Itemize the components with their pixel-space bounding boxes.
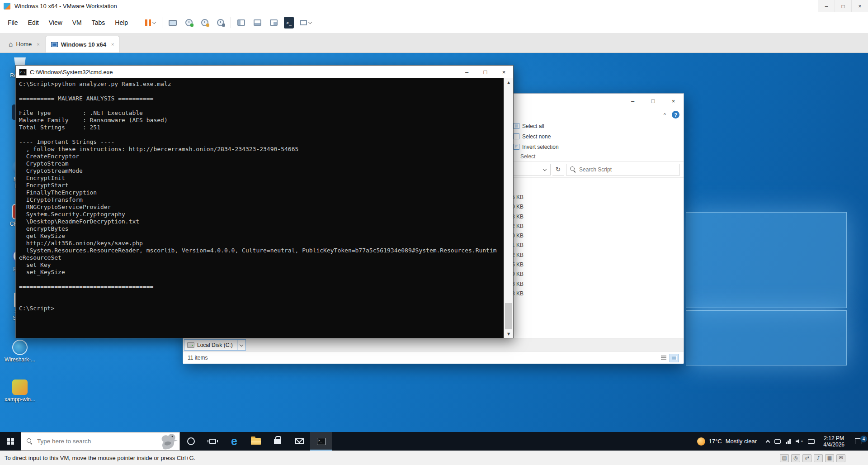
taskbar-mail-button[interactable] <box>288 432 310 451</box>
cmd-output-line: eResourceSet <box>19 254 504 261</box>
select-all-icon <box>514 123 519 129</box>
console-icon: >_ <box>286 20 292 25</box>
desktop-icon-xampp[interactable]: xampp-win... <box>4 380 36 403</box>
address-dropdown-icon[interactable] <box>543 167 547 171</box>
take-snapshot-button[interactable] <box>183 16 195 29</box>
taskbar-file-explorer-button[interactable] <box>245 432 267 451</box>
cmd-output-line: get_KeySize <box>19 232 504 240</box>
menu-item[interactable]: View <box>44 17 67 28</box>
sound-status-icon[interactable]: ♪ <box>814 454 823 462</box>
suspend-button[interactable] <box>143 16 158 29</box>
scroll-up-icon[interactable]: ▲ <box>504 78 513 86</box>
show-thumbnail-bar-button[interactable] <box>251 16 264 29</box>
taskbar-cortana-button[interactable] <box>180 432 202 451</box>
taskbar-task-view-button[interactable] <box>202 432 223 451</box>
revert-snapshot-button[interactable] <box>199 16 211 29</box>
taskbar-edge-button[interactable]: e <box>223 432 245 451</box>
hdd-status-icon[interactable]: ▤ <box>780 454 789 462</box>
explorer-maximize-button[interactable]: □ <box>643 94 663 108</box>
vm-monitor-icon <box>51 42 58 47</box>
local-disk-combo[interactable]: Local Disk (C:) <box>184 339 246 351</box>
scroll-down-icon[interactable]: ▼ <box>504 330 513 338</box>
explorer-close-button[interactable]: × <box>663 94 684 108</box>
cmd-close-button[interactable]: × <box>495 66 513 78</box>
vm-screen[interactable]: Recyc... Mic... Ec... CFF E... pes... St… <box>0 53 868 451</box>
cmd-output-line <box>19 102 504 109</box>
wallpaper-glow-pane-top <box>686 212 847 308</box>
snapshot-manager-button[interactable] <box>215 16 226 29</box>
minimize-button[interactable]: – <box>818 0 835 12</box>
maximize-button[interactable]: □ <box>835 0 851 12</box>
cmd-output-line <box>19 131 504 138</box>
tab-close-icon[interactable]: × <box>37 42 39 47</box>
chevron-down-icon[interactable] <box>308 20 312 24</box>
explorer-search-input[interactable] <box>579 166 676 173</box>
vm-device-status-icons: ▤ ◎ ⇄ ♪ ▦ ✉ <box>780 454 845 462</box>
explorer-search-box[interactable] <box>566 164 680 176</box>
search-highlight-bird-image[interactable] <box>157 432 178 450</box>
vmware-status-bar: To direct input to this VM, move the mou… <box>0 451 868 465</box>
scrollbar-thumb[interactable] <box>505 303 512 329</box>
console-view-button[interactable]: >_ <box>284 17 294 28</box>
show-library-button[interactable] <box>235 16 247 29</box>
file-explorer-icon <box>251 438 261 445</box>
menu-item[interactable]: Tabs <box>87 17 110 28</box>
cmd-scrollbar[interactable]: ▲ ▼ <box>504 78 513 338</box>
taskbar-store-button[interactable] <box>267 432 288 451</box>
cmd-window[interactable]: C:\ C:\Windows\System32\cmd.exe – □ × C:… <box>15 65 514 338</box>
network-status-icon[interactable]: ⇄ <box>802 454 811 462</box>
fullscreen-button[interactable] <box>298 16 314 29</box>
cmd-output-line: encryptBytes <box>19 225 504 232</box>
action-center-button[interactable]: 4 <box>849 438 868 444</box>
explorer-minimize-button[interactable]: – <box>623 94 643 108</box>
tab-close-icon[interactable]: × <box>111 42 114 47</box>
large-icons-view-button[interactable] <box>670 354 679 362</box>
menu-item[interactable]: File <box>3 17 23 28</box>
cmd-output[interactable]: C:\Script>python analyzer.py Rams1.exe.m… <box>16 78 504 338</box>
tablet-mode-icon[interactable] <box>774 439 781 444</box>
windows-taskbar: e >_ 17°C Mostly clear × <box>0 432 868 451</box>
invert-selection-button[interactable]: Invert selection <box>514 142 559 152</box>
combo-chevron[interactable] <box>237 340 245 350</box>
help-icon[interactable]: ? <box>672 111 679 119</box>
taskbar-search-box[interactable] <box>21 432 180 451</box>
cmd-output-line: CreateEncryptor <box>19 153 504 160</box>
cmd-window-controls: – □ × <box>458 66 513 78</box>
chevron-down-icon[interactable] <box>152 20 156 24</box>
menu-item[interactable]: Help <box>110 17 133 28</box>
vmware-titlebar[interactable]: Windows 10 x64 - VMware Workstation – □ … <box>0 0 868 12</box>
tab-windows-10-x64[interactable]: Windows 10 x64 × <box>46 36 120 52</box>
volume-muted-icon[interactable]: × <box>796 439 803 444</box>
details-view-button[interactable] <box>659 354 668 362</box>
cmd-output-line: ---- Important Strings ---- <box>19 138 504 146</box>
printer-status-icon[interactable]: ✉ <box>836 454 845 462</box>
ribbon-collapse-icon[interactable]: ^ <box>664 112 666 118</box>
store-icon <box>274 439 281 444</box>
cdrom-status-icon[interactable]: ◎ <box>791 454 800 462</box>
cmd-titlebar[interactable]: C:\ C:\Windows\System32\cmd.exe – □ × <box>16 66 513 78</box>
send-ctrl-alt-del-button[interactable] <box>166 16 179 29</box>
weather-widget[interactable]: 17°C Mostly clear <box>692 437 762 446</box>
taskbar-cmd-button[interactable]: >_ <box>310 432 332 451</box>
network-icon[interactable] <box>786 439 791 444</box>
snapshot-manager-icon <box>217 19 224 26</box>
select-all-button[interactable]: Select all <box>514 121 559 131</box>
close-button[interactable]: × <box>851 0 868 12</box>
cmd-output-line <box>19 88 504 95</box>
cmd-minimize-button[interactable]: – <box>458 66 476 78</box>
tab-home[interactable]: ⌂ Home × <box>4 36 45 52</box>
usb-status-icon[interactable]: ▦ <box>825 454 834 462</box>
show-status-bar-button[interactable] <box>268 16 280 29</box>
cmd-output-line <box>19 290 504 298</box>
cmd-maximize-button[interactable]: □ <box>476 66 495 78</box>
touch-keyboard-icon[interactable] <box>808 439 815 444</box>
tray-chevron-up-icon[interactable] <box>766 440 770 445</box>
taskbar-clock[interactable]: 2:12 PM 4/4/2026 <box>819 435 849 448</box>
start-button[interactable] <box>0 432 21 451</box>
desktop-icon-wireshark[interactable]: Wireshark-... <box>4 340 36 363</box>
menu-item[interactable]: VM <box>67 17 87 28</box>
menu-item[interactable]: Edit <box>23 17 44 28</box>
status-panel-icon <box>270 19 278 26</box>
refresh-button[interactable]: ↻ <box>552 164 564 176</box>
select-none-button[interactable]: Select none <box>514 131 559 142</box>
